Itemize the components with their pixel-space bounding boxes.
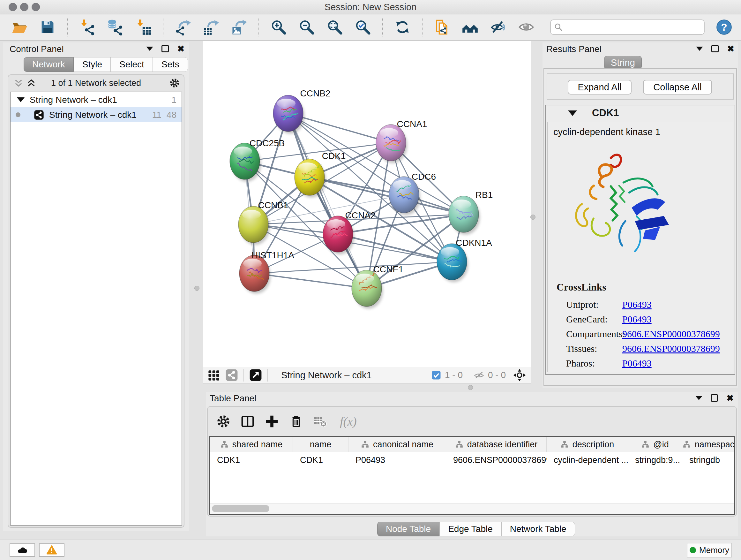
edge-CCNE1-HIST1H1A[interactable]	[254, 273, 367, 288]
save-session-button[interactable]	[39, 18, 56, 36]
node-CCNB1[interactable]	[239, 206, 270, 245]
network-list-options-icon[interactable]	[169, 78, 180, 88]
crosslink-tissues-link[interactable]: 9606.ENSP00000378699	[622, 343, 720, 354]
delete-table-button[interactable]	[313, 414, 328, 429]
results-panel-close-icon[interactable]: ✖	[727, 46, 734, 52]
expand-all-button[interactable]: Expand All	[568, 80, 631, 95]
node-HIST1H1A[interactable]	[239, 255, 271, 294]
crosslink-compartments-link[interactable]: 9606.ENSP00000378699	[622, 328, 720, 339]
node-CDK1[interactable]	[294, 159, 326, 198]
export-network-button[interactable]	[174, 18, 192, 36]
results-panel-menu-icon[interactable]	[696, 47, 703, 51]
table-panel-menu-icon[interactable]	[695, 396, 702, 400]
zoom-in-button[interactable]	[270, 18, 287, 36]
cell-shared-name[interactable]: CDK1	[210, 452, 293, 468]
table-panel-close-icon[interactable]: ✖	[726, 395, 734, 401]
network-collection-row[interactable]: String Network – cdk1 1	[10, 92, 182, 107]
table-panel-float-icon[interactable]	[711, 394, 718, 401]
hide-graphics-details-button[interactable]	[489, 18, 507, 36]
birdseye-icon	[513, 368, 526, 382]
gene-collapse-icon[interactable]	[568, 111, 577, 116]
column-header-namespace[interactable]: namespace	[682, 437, 735, 452]
cell-description[interactable]: cyclin-dependent ...	[547, 452, 628, 468]
zoom-fit-button[interactable]	[326, 18, 343, 36]
grid-view-button[interactable]	[207, 368, 220, 382]
import-network-button[interactable]	[78, 18, 96, 36]
control-panel-menu-icon[interactable]	[146, 47, 153, 51]
open-session-button[interactable]	[11, 18, 28, 36]
open-string-web-button[interactable]	[461, 18, 479, 36]
function-builder-button[interactable]: f(x)	[340, 415, 357, 428]
column-header--id[interactable]: @id	[628, 437, 682, 452]
table-options-button[interactable]	[216, 414, 231, 429]
network-row-selected[interactable]: String Network – cdk1 11 48	[10, 107, 182, 122]
table-toolbar: f(x)	[208, 407, 736, 436]
share-session-file-button[interactable]	[433, 18, 451, 36]
tab-edge-table[interactable]: Edge Table	[440, 522, 501, 537]
cell-name[interactable]: CDK1	[293, 452, 348, 468]
results-panel-float-icon[interactable]	[711, 45, 719, 52]
cell-canonical-name[interactable]: P06493	[348, 452, 446, 468]
toolbar-separator	[67, 18, 68, 37]
tab-select[interactable]: Select	[111, 57, 153, 72]
column-header-description[interactable]: description	[547, 437, 628, 452]
show-graphics-details-button[interactable]	[518, 18, 535, 36]
bottom-splitter-handle[interactable]	[468, 385, 473, 390]
crosslink-uniprot-link[interactable]: P06493	[622, 299, 652, 310]
node-CCNE1[interactable]	[352, 270, 383, 309]
scrollbar-thumb[interactable]	[212, 505, 269, 512]
search-input[interactable]	[550, 19, 704, 35]
add-column-button[interactable]	[265, 414, 279, 429]
column-header-shared-name[interactable]: shared name	[210, 437, 293, 452]
crosslink-genecard-link[interactable]: P06493	[622, 314, 652, 325]
collapse-all-button[interactable]: Collapse All	[643, 80, 712, 95]
tab-network[interactable]: Network	[23, 57, 74, 72]
control-panel-float-icon[interactable]	[161, 45, 169, 52]
column-header-name[interactable]: name	[293, 437, 348, 452]
node-label-CCNB1: CCNB1	[258, 200, 288, 210]
import-database-button[interactable]	[107, 18, 124, 36]
import-table-button[interactable]	[135, 18, 152, 36]
refresh-view-button[interactable]	[394, 18, 411, 36]
collection-expand-icon[interactable]	[17, 98, 24, 102]
tab-sets[interactable]: Sets	[153, 57, 188, 72]
cell--id[interactable]: stringdb:9...	[628, 452, 682, 468]
zoom-selected-button[interactable]	[354, 18, 372, 36]
cell-database-identifier[interactable]: 9606.ENSP00000378699	[446, 452, 547, 468]
crosslink-pharos-link[interactable]: P06493	[622, 358, 652, 369]
cloud-status-button[interactable]	[10, 543, 35, 557]
table-row[interactable]: CDK1CDK1P064939606.ENSP00000378699cyclin…	[210, 452, 734, 468]
gene-section-header[interactable]: CDK1	[546, 105, 735, 121]
detach-view-button[interactable]	[249, 368, 262, 382]
export-image-button[interactable]	[230, 18, 248, 36]
column-header-canonical-name[interactable]: canonical name	[348, 437, 446, 452]
delete-column-button[interactable]	[289, 414, 304, 429]
network-canvas[interactable]: CCNB2CCNA1CDC25BCDK1CDC6RB1CCNB1CCNA2CDK…	[203, 41, 531, 367]
right-splitter-handle[interactable]	[530, 214, 536, 220]
show-columns-button[interactable]	[240, 414, 255, 429]
control-panel-close-icon[interactable]: ✖	[177, 46, 185, 52]
node-CCNB2[interactable]	[273, 95, 305, 134]
table-horizontal-scrollbar[interactable]	[210, 503, 734, 514]
node-CCNA1[interactable]	[376, 125, 407, 163]
zoom-out-button[interactable]	[298, 18, 315, 36]
column-header-database-identifier[interactable]: database identifier	[446, 437, 547, 452]
tab-network-table[interactable]: Network Table	[501, 522, 575, 537]
node-CDKN1A[interactable]	[437, 244, 468, 282]
cell-namespace[interactable]: stringdb	[682, 452, 735, 468]
share-view-button[interactable]	[225, 368, 239, 382]
left-splitter-handle[interactable]	[194, 286, 199, 291]
node-CCNA2[interactable]	[323, 216, 354, 254]
export-table-button[interactable]	[202, 18, 219, 36]
memory-button[interactable]: Memory	[687, 543, 732, 557]
tab-style[interactable]: Style	[74, 57, 111, 72]
birdseye-view-button[interactable]	[513, 368, 526, 382]
tab-string[interactable]: String	[604, 56, 642, 69]
edge-CCNE1-CCNB2[interactable]	[288, 113, 367, 288]
tab-node-table[interactable]: Node Table	[377, 522, 440, 537]
warnings-button[interactable]	[39, 543, 64, 557]
selected-checkbox-icon[interactable]	[431, 370, 442, 381]
memory-label: Memory	[699, 545, 729, 555]
help-button[interactable]	[716, 18, 733, 36]
node-RB1[interactable]	[449, 196, 480, 235]
